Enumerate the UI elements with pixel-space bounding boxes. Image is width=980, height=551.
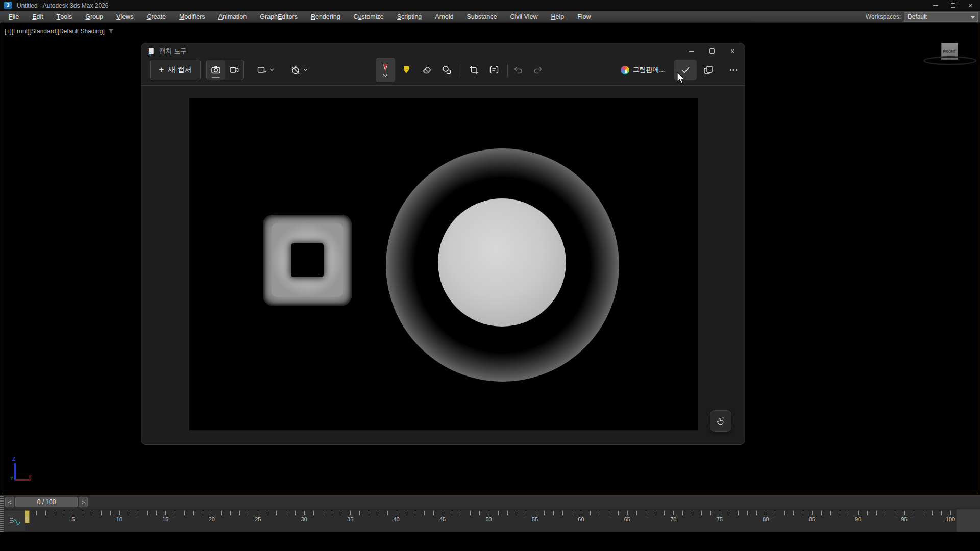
menu-item-create[interactable]: Create (140, 11, 173, 22)
ruler-tick (452, 511, 452, 515)
ballpoint-pen-button[interactable] (376, 58, 395, 82)
ruler-tick (803, 511, 803, 515)
eraser-button[interactable] (418, 60, 436, 80)
ruler-tick (323, 511, 323, 515)
captured-screenshot (189, 98, 698, 430)
main-restore-button[interactable] (944, 0, 962, 11)
ruler-tick (203, 511, 203, 515)
next-frame-button[interactable]: > (79, 497, 88, 507)
snip-window-title: 캡처 도구 (159, 47, 186, 56)
viewport-label[interactable]: [+][Front][Standard][Default Shading] (5, 28, 114, 35)
ruler-label: 65 (624, 516, 630, 522)
ruler-tick (775, 511, 775, 515)
main-minimize-button[interactable] (927, 0, 944, 11)
crop-button[interactable] (464, 60, 483, 80)
ruler-tick (55, 511, 55, 515)
workspace-select[interactable]: Default (904, 12, 978, 22)
menu-item-flow[interactable]: Flow (571, 11, 597, 22)
ruler-tick (507, 511, 508, 515)
undo-button[interactable] (509, 60, 527, 80)
touch-writing-button[interactable] (710, 410, 731, 432)
capture-shape-dropdown[interactable] (251, 62, 280, 78)
ruler-tick (156, 511, 157, 515)
ruler-tick (784, 511, 785, 515)
snip-toolbar: + 새 캡처 (141, 59, 745, 86)
time-ruler[interactable]: 0510152025303540455055606570758085909510… (27, 509, 950, 533)
snip-titlebar[interactable]: 캡처 도구 × (141, 43, 745, 59)
mouse-cursor (677, 72, 685, 84)
ruler-tick (286, 511, 286, 515)
render-square-frame-hole (291, 243, 324, 277)
menu-item-arnold[interactable]: Arnold (428, 11, 460, 22)
ruler-tick (562, 511, 563, 515)
previous-frame-button[interactable]: < (5, 497, 14, 507)
ruler-tick (276, 511, 277, 515)
ruler-tick (729, 511, 729, 515)
menu-item-rendering[interactable]: Rendering (304, 11, 347, 22)
viewcube-compass-ring[interactable] (923, 56, 976, 65)
ruler-tick (517, 511, 517, 515)
redo-button[interactable] (529, 60, 547, 80)
mini-curve-editor-button[interactable] (5, 511, 25, 531)
ruler-label: 0 (26, 516, 29, 522)
menu-item-animation[interactable]: Animation (212, 11, 254, 22)
bottom-bar (0, 532, 980, 551)
edit-in-paint-button[interactable]: 그림판에... (615, 60, 670, 80)
snip-maximize-button[interactable] (702, 44, 722, 58)
ruler-tick (876, 511, 877, 515)
capture-delay-dropdown[interactable] (285, 62, 313, 78)
menu-item-tools[interactable]: Tools (50, 11, 79, 22)
menu-item-group[interactable]: Group (79, 11, 110, 22)
ruler-label: 55 (532, 516, 538, 522)
snip-close-button[interactable]: × (722, 44, 743, 58)
snip-minimize-button[interactable] (681, 44, 702, 58)
ruler-tick (295, 511, 296, 515)
ruler-label: 15 (162, 516, 168, 522)
filter-funnel-icon[interactable] (108, 28, 114, 34)
ruler-tick (858, 511, 859, 515)
menu-item-file[interactable]: File (2, 11, 26, 22)
menu-item-substance[interactable]: Substance (460, 11, 503, 22)
photo-capture-button[interactable] (207, 60, 225, 80)
new-capture-button[interactable]: + 새 캡처 (150, 60, 201, 80)
video-capture-button[interactable] (225, 60, 243, 80)
video-camera-icon (229, 65, 239, 75)
ruler-tick (535, 511, 535, 515)
ruler-tick (756, 511, 757, 515)
menu-item-scripting[interactable]: Scripting (390, 11, 429, 22)
workspace-value: Default (908, 13, 927, 20)
ruler-label: 40 (393, 516, 399, 522)
copy-button[interactable] (699, 60, 718, 80)
menu-item-customize[interactable]: Customize (347, 11, 390, 22)
paint-app-icon (621, 66, 629, 74)
edit-in-paint-label: 그림판에... (633, 65, 665, 74)
ruler-tick (766, 511, 766, 515)
new-capture-label: 새 캡처 (168, 65, 192, 74)
main-close-button[interactable]: × (962, 0, 979, 11)
undo-icon (513, 65, 523, 75)
highlighter-button[interactable] (397, 60, 415, 80)
menu-item-help[interactable]: Help (544, 11, 571, 22)
text-actions-button[interactable] (485, 60, 503, 80)
ruler-tick (470, 511, 471, 515)
ruler-tick (193, 511, 194, 515)
timeline-drag-handle[interactable] (0, 495, 4, 532)
current-frame-field[interactable]: 0 / 100 (15, 497, 78, 507)
ruler-tick (914, 511, 914, 515)
ruler-tick (101, 511, 102, 515)
ruler-tick (673, 511, 674, 515)
ruler-tick (572, 511, 572, 515)
menu-item-civil-view[interactable]: Civil View (504, 11, 545, 22)
ruler-tick (184, 511, 185, 515)
ruler-tick (267, 511, 267, 515)
selected-indicator (212, 77, 220, 78)
ruler-tick (553, 511, 554, 515)
shapes-button[interactable] (437, 60, 456, 80)
menu-item-graph-editors[interactable]: Graph Editors (253, 11, 304, 22)
more-options-button[interactable]: ••• (724, 60, 744, 80)
ruler-tick (397, 511, 397, 515)
menu-item-modifiers[interactable]: Modifiers (173, 11, 212, 22)
menu-item-edit[interactable]: Edit (26, 11, 50, 22)
ruler-tick (479, 511, 480, 515)
menu-item-views[interactable]: Views (110, 11, 140, 22)
